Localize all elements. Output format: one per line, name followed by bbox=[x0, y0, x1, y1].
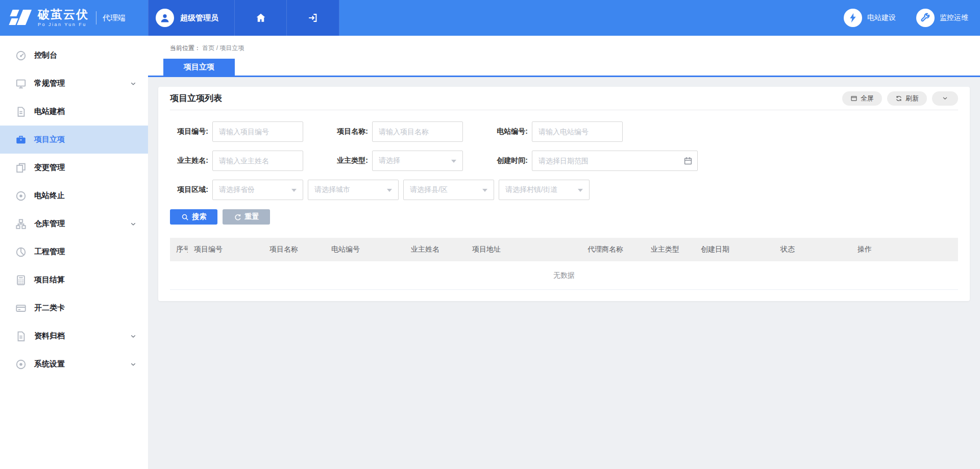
table-column-header: 代理商名称 bbox=[581, 245, 645, 254]
project-code-input[interactable] bbox=[212, 121, 303, 142]
sidebar-item-engineering-management[interactable]: 工程管理 bbox=[0, 238, 148, 266]
main-area: 当前位置： 首页 / 项目立项 项目立项 项目立项列表 全屏 bbox=[148, 36, 980, 469]
sitemap-icon bbox=[15, 218, 27, 230]
select-placeholder: 请选择 bbox=[379, 156, 400, 165]
sidebar-menu: 控制台常规管理电站建档项目立项变更管理电站终止仓库管理工程管理项目结算开二类卡资… bbox=[0, 36, 148, 469]
logout-button[interactable] bbox=[287, 0, 339, 36]
project-name-input[interactable] bbox=[372, 121, 463, 142]
region-province-select[interactable]: 请选择省份 bbox=[212, 180, 303, 200]
station-code-input[interactable] bbox=[532, 121, 623, 142]
portal-label: 代理端 bbox=[96, 11, 126, 24]
table-column-header: 操作 bbox=[851, 245, 958, 254]
sidebar-item-change-management[interactable]: 变更管理 bbox=[0, 154, 148, 182]
sidebar-item-label: 项目结算 bbox=[34, 275, 65, 285]
home-button[interactable] bbox=[235, 0, 287, 36]
refresh-button[interactable]: 刷新 bbox=[887, 91, 927, 106]
reset-button[interactable]: 重置 bbox=[223, 209, 270, 225]
sidebar-item-label: 开二类卡 bbox=[34, 303, 65, 313]
caret-down-icon bbox=[291, 189, 297, 192]
card-actions: 全屏 刷新 bbox=[842, 91, 958, 106]
region-county-select[interactable]: 请选择县/区 bbox=[403, 180, 494, 200]
monitor-ops-link[interactable]: 监控运维 bbox=[916, 9, 968, 27]
sidebar-item-label: 资料归档 bbox=[34, 331, 65, 341]
avatar bbox=[156, 9, 174, 27]
sidebar-item-label: 工程管理 bbox=[34, 247, 65, 257]
sidebar-item-system-settings[interactable]: 系统设置 bbox=[0, 350, 148, 378]
chevron-down-icon bbox=[130, 361, 137, 368]
breadcrumb-prefix: 当前位置： bbox=[170, 44, 201, 52]
breadcrumb-path[interactable]: 首页 / 项目立项 bbox=[202, 44, 244, 52]
owner-name-input[interactable] bbox=[212, 151, 303, 171]
brand-subtitle: Po Jian Yun Fu bbox=[38, 22, 89, 27]
sidebar-item-console[interactable]: 控制台 bbox=[0, 41, 148, 69]
table-column-header: 序号 bbox=[170, 245, 188, 254]
chevron-down-icon bbox=[942, 95, 948, 102]
region-city-select[interactable]: 请选择城市 bbox=[308, 180, 399, 200]
station-build-link[interactable]: 电站建设 bbox=[844, 9, 896, 27]
caret-down-icon bbox=[578, 189, 583, 192]
field-label: 项目编号: bbox=[170, 127, 208, 136]
table-column-header: 项目编号 bbox=[188, 245, 263, 254]
wrench-icon bbox=[916, 9, 935, 27]
breadcrumb: 当前位置： 首页 / 项目立项 bbox=[148, 36, 980, 59]
filter-row-1: 项目编号: 项目名称: 电站编号: bbox=[170, 121, 958, 142]
filter-row-2: 业主姓名: 业主类型: 请选择 创建时间: bbox=[170, 151, 958, 171]
sidebar-item-general-management[interactable]: 常规管理 bbox=[0, 69, 148, 97]
page-title: 项目立项列表 bbox=[170, 92, 222, 104]
sidebar-item-station-termination[interactable]: 电站终止 bbox=[0, 182, 148, 210]
project-list-card: 项目立项列表 全屏 刷新 bbox=[158, 87, 970, 301]
gauge-icon bbox=[15, 50, 27, 61]
field-label: 业主类型: bbox=[330, 156, 368, 165]
sidebar-item-data-archive[interactable]: 资料归档 bbox=[0, 322, 148, 350]
topbar: 当前位置： 首页 / 项目立项 项目立项 bbox=[148, 36, 980, 77]
header-center: 超级管理员 bbox=[148, 0, 339, 36]
select-placeholder: 请选择城市 bbox=[314, 185, 350, 194]
field-label: 项目名称: bbox=[330, 127, 368, 136]
refresh-icon bbox=[895, 95, 902, 102]
reset-label: 重置 bbox=[245, 212, 259, 221]
sidebar-item-project-initiation[interactable]: 项目立项 bbox=[0, 126, 148, 154]
sidebar-item-project-settlement[interactable]: 项目结算 bbox=[0, 266, 148, 294]
chevron-down-icon bbox=[130, 80, 137, 87]
field-label: 业主姓名: bbox=[170, 156, 208, 165]
owner-type-select[interactable]: 请选择 bbox=[372, 151, 463, 171]
collapse-button[interactable] bbox=[932, 91, 958, 106]
search-button[interactable]: 搜索 bbox=[170, 209, 217, 225]
sidebar-item-station-archive[interactable]: 电站建档 bbox=[0, 97, 148, 126]
sidebar-item-label: 控制台 bbox=[34, 51, 57, 60]
region-selects: 请选择省份 请选择城市 请选择县/区 bbox=[212, 180, 590, 200]
brand-logo-icon bbox=[9, 9, 33, 27]
sidebar-item-second-class-card[interactable]: 开二类卡 bbox=[0, 294, 148, 322]
caret-down-icon bbox=[387, 189, 392, 192]
table-column-header: 状态 bbox=[774, 245, 851, 254]
filter-form: 项目编号: 项目名称: 电站编号: bbox=[158, 110, 970, 200]
calculator-icon bbox=[15, 275, 27, 286]
user-menu[interactable]: 超级管理员 bbox=[148, 0, 235, 36]
chevron-down-icon bbox=[130, 220, 137, 228]
sidebar-item-warehouse-management[interactable]: 仓库管理 bbox=[0, 210, 148, 238]
table-empty-state: 无数据 bbox=[170, 261, 958, 290]
table-column-header: 业主姓名 bbox=[405, 245, 466, 254]
fullscreen-button[interactable]: 全屏 bbox=[842, 91, 882, 106]
create-time-range-picker[interactable] bbox=[532, 151, 698, 171]
card-icon bbox=[15, 303, 27, 314]
table-column-header: 业主类型 bbox=[645, 245, 695, 254]
home-icon bbox=[255, 12, 266, 23]
sidebar-item-label: 常规管理 bbox=[34, 79, 65, 88]
select-placeholder: 请选择村镇/街道 bbox=[505, 185, 557, 194]
sidebar-item-label: 项目立项 bbox=[34, 135, 65, 144]
reset-icon bbox=[234, 213, 241, 221]
create-time-range-input[interactable] bbox=[532, 151, 698, 171]
table-header-row: 序号项目编号项目名称电站编号业主姓名项目地址代理商名称业主类型创建日期状态操作 bbox=[170, 238, 958, 261]
region-town-select[interactable]: 请选择村镇/街道 bbox=[499, 180, 590, 200]
tab-project-initiation[interactable]: 项目立项 bbox=[163, 59, 235, 76]
calendar-icon bbox=[683, 156, 693, 165]
header-quick-links: 电站建设监控运维 bbox=[844, 0, 980, 36]
monitor-icon bbox=[15, 78, 27, 89]
field-label: 电站编号: bbox=[489, 127, 528, 136]
page-content: 项目立项列表 全屏 刷新 bbox=[148, 77, 980, 311]
sidebar-item-label: 电站建档 bbox=[34, 107, 65, 116]
sidebar-item-label: 系统设置 bbox=[34, 359, 65, 369]
table-column-header: 项目名称 bbox=[263, 245, 325, 254]
search-icon bbox=[181, 213, 189, 221]
